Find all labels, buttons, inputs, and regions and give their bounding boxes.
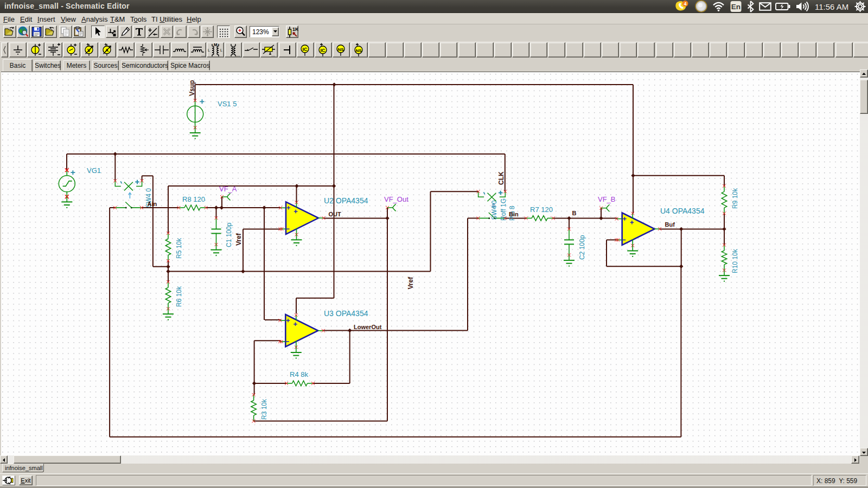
- svg-text:Bin: Bin: [509, 211, 519, 217]
- svg-text:SW4 0: SW4 0: [490, 200, 498, 220]
- svg-text:OUT: OUT: [329, 211, 342, 217]
- svg-text:Buf: Buf: [665, 221, 675, 228]
- svg-text:En: En: [731, 3, 741, 11]
- svg-text:U4 OPA4354: U4 OPA4354: [660, 207, 705, 215]
- svg-text:R10 10k: R10 10k: [731, 248, 739, 273]
- svg-text:Ain: Ain: [148, 201, 157, 207]
- svg-text:...: ...: [236, 52, 240, 57]
- svg-text:VS1 5: VS1 5: [218, 100, 237, 108]
- svg-text:L: L: [220, 48, 222, 52]
- svg-text:VF_A: VF_A: [219, 185, 237, 193]
- svg-text:Vref: Vref: [407, 277, 414, 290]
- svg-text:CLK: CLK: [497, 171, 505, 185]
- svg-text:VF_B: VF_B: [598, 195, 616, 203]
- svg-text:R7 120: R7 120: [530, 206, 553, 214]
- svg-text:R5 10k: R5 10k: [175, 237, 183, 259]
- svg-text:LowerOut: LowerOut: [354, 324, 382, 330]
- svg-text:NS: NS: [355, 48, 362, 53]
- svg-text:VF_Out: VF_Out: [384, 195, 409, 203]
- svg-text:R3 10k: R3 10k: [260, 399, 268, 420]
- svg-text:Roff 1G: Roff 1G: [500, 198, 507, 221]
- svg-text:VG1: VG1: [87, 166, 101, 175]
- svg-text:...: ...: [201, 52, 206, 57]
- svg-text:C2 100p: C2 100p: [578, 235, 586, 260]
- svg-text:U2 OPA4354: U2 OPA4354: [324, 196, 368, 205]
- svg-text:4: 4: [684, 1, 686, 7]
- svg-text:C1 100p: C1 100p: [225, 222, 233, 247]
- svg-text:A: A: [105, 48, 109, 53]
- svg-text:R6 10k: R6 10k: [175, 286, 183, 307]
- svg-text:IC: IC: [321, 48, 326, 53]
- svg-text:R8 120: R8 120: [182, 195, 205, 203]
- svg-text:L: L: [208, 48, 210, 52]
- svg-text:B: B: [572, 210, 577, 216]
- svg-text:Vref: Vref: [235, 233, 242, 246]
- svg-text:R4 8k: R4 8k: [290, 370, 308, 378]
- svg-text:M: M: [214, 43, 218, 47]
- svg-text:Vsup: Vsup: [188, 80, 196, 96]
- svg-text:R9 10k: R9 10k: [731, 188, 739, 209]
- svg-text:1K: 1K: [292, 27, 298, 32]
- svg-text:U3 OPA4354: U3 OPA4354: [324, 309, 368, 318]
- svg-text:...: ...: [271, 53, 275, 57]
- svg-text:NS: NS: [337, 47, 344, 52]
- svg-text:IC: IC: [303, 47, 308, 52]
- svg-text:V: V: [87, 48, 91, 53]
